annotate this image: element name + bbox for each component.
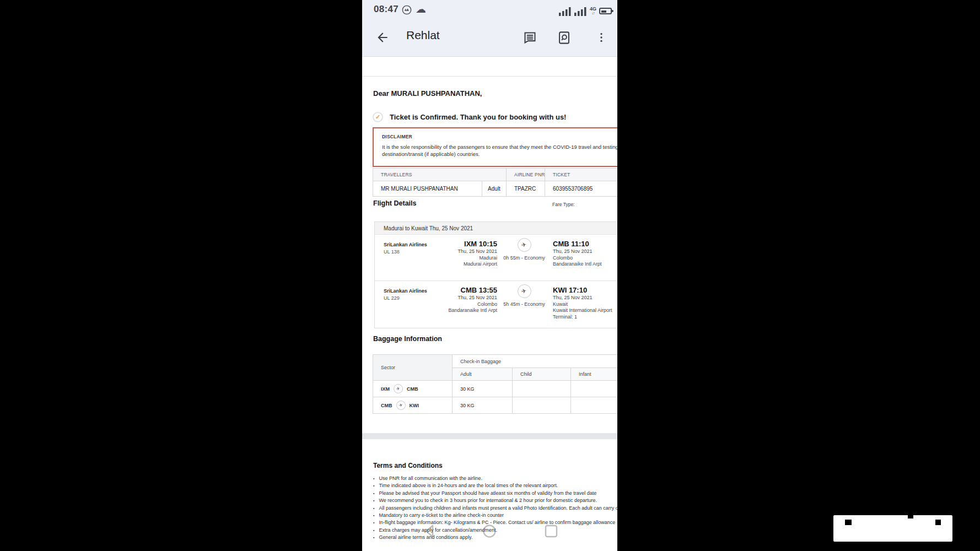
route-header: Madurai to Kuwait Thu, 25 Nov 2021 [375, 222, 617, 235]
arrival-terminal: Terminal: 1 [553, 314, 617, 321]
list-item: ▪We recommend you to check in 3 hours pr… [373, 497, 617, 504]
find-in-document-icon [557, 30, 572, 45]
arrival-airport: Bandaranaike Intl Arpt [553, 261, 617, 268]
comment-icon [523, 30, 537, 45]
list-item: ▪All passengers including children and i… [373, 505, 617, 512]
bullet-icon: ▪ [373, 490, 374, 497]
back-button[interactable] [372, 27, 393, 48]
comment-button[interactable] [520, 28, 540, 47]
notification-app-icon [402, 5, 412, 15]
baggage-heading: Baggage Information [373, 335, 442, 343]
child-allowance [513, 381, 571, 397]
bullet-icon: ▪ [373, 475, 374, 482]
signal-icon-sim1 [559, 7, 572, 16]
arrival-airport: Kuwait International Airport [553, 307, 617, 314]
bullet-icon: ▪ [373, 482, 374, 489]
status-bar: 08:47 ☁ 4G ↓↑ [362, 0, 617, 19]
table-row: IXM ✈ CMB 30 KG [373, 381, 618, 397]
bullet-icon: ▪ [373, 512, 374, 519]
travellers-header: TRAVELLERS [373, 169, 507, 181]
travellers-table: TRAVELLERS AIRLINE PNR TICKET MR MURALI … [373, 168, 617, 197]
departure-airport: Madurai Airport [397, 261, 497, 268]
arrival-date: Thu, 25 Nov 2021 [553, 295, 617, 301]
flight-details-heading: Flight Details [373, 199, 416, 207]
child-header: Child [513, 368, 571, 381]
watermark-speck [935, 520, 941, 525]
bullet-icon: ▪ [373, 534, 374, 541]
list-item: ▪Please be advised that your Passport sh… [373, 490, 617, 497]
infant-header: Infant [571, 368, 618, 381]
page-title: Rehlat [406, 29, 440, 42]
departure-city: Colombo [397, 301, 497, 308]
plane-icon: ✈ [396, 401, 406, 410]
traveller-type: Adult [482, 181, 507, 197]
nav-recents-button[interactable] [543, 523, 559, 539]
bullet-icon: ▪ [373, 505, 374, 512]
sector-header: Sector [373, 355, 453, 381]
back-arrow-icon [375, 30, 390, 45]
arrival-city: Colombo [553, 255, 617, 262]
nav-home-button[interactable] [482, 523, 497, 539]
adult-header: Adult [453, 368, 513, 381]
infant-allowance [571, 397, 618, 414]
page-gap [362, 433, 617, 439]
video-frame: 08:47 ☁ 4G ↓↑ [0, 0, 980, 551]
departure-date: Thu, 25 Nov 2021 [397, 249, 497, 255]
terms-heading: Terms and Conditions [373, 462, 443, 469]
clock: 08:47 [374, 4, 399, 15]
flight-itinerary-card: Madurai to Kuwait Thu, 25 Nov 2021 SriLa… [374, 222, 617, 328]
watermark-speck [845, 520, 852, 525]
watermark-notch [908, 515, 913, 518]
nav-back-button[interactable] [422, 523, 438, 539]
table-row: MR MURALI PUSHPANATHAN Adult TPAZRC 6039… [373, 181, 618, 197]
ticket-number: 6039553706895 [545, 181, 617, 197]
airline-pnr-header: AIRLINE PNR [507, 169, 545, 181]
adult-allowance: 30 KG [453, 397, 513, 414]
baggage-table: Sector Check-in Baggage Adult Child Infa… [373, 354, 617, 414]
network-type-indicator: 4G ↓↑ [590, 7, 596, 15]
top-chrome: 08:47 ☁ 4G ↓↑ [362, 0, 617, 57]
plane-icon: ✈ [518, 284, 531, 298]
sector-route: IXM ✈ CMB [381, 381, 452, 397]
departure-airport: Bandaranaike Intl Arpt [397, 307, 497, 314]
weather-cloud-icon: ☁ [416, 3, 426, 15]
flight-leg-1: SriLankan Airlines UL 138 IXM 10:15 Thu,… [375, 235, 617, 280]
list-item: ▪Time indicated above is in 24-hours and… [373, 482, 617, 489]
departure-date: Thu, 25 Nov 2021 [397, 295, 497, 301]
departure-city: Madurai [397, 255, 497, 262]
arrival-code-time: CMB 11:10 [553, 240, 617, 249]
adult-allowance: 30 KG [453, 381, 513, 397]
data-arrows-icon: ↓↑ [591, 11, 594, 15]
find-in-document-button[interactable] [554, 28, 574, 47]
app-bar: Rehlat [362, 19, 617, 57]
plane-icon: ✈ [394, 384, 403, 393]
confirmation-text: Ticket is Confirmed. Thank you for booki… [390, 113, 566, 121]
airline-pnr-value: TPAZRC [507, 181, 545, 197]
arrival-date: Thu, 25 Nov 2021 [553, 249, 617, 255]
signal-icon-sim2 [574, 7, 587, 16]
sector-route: CMB ✈ KWI [381, 397, 452, 413]
bullet-icon: ▪ [373, 519, 374, 526]
table-row: CMB ✈ KWI 30 KG [373, 397, 618, 414]
ticket-header: TICKET [545, 169, 617, 181]
disclaimer-title: DISCLAIMER [382, 134, 412, 139]
overflow-menu-icon [595, 31, 607, 44]
child-allowance [513, 397, 571, 414]
bullet-icon: ▪ [373, 497, 374, 504]
plane-icon: ✈ [518, 238, 531, 252]
phone-screen: 08:47 ☁ 4G ↓↑ [362, 0, 617, 551]
list-item: ▪Mandatory to carry e-ticket to the airl… [373, 512, 617, 519]
departure-code-time: IXM 10:15 [397, 240, 497, 249]
duration-class: 0h 55m - Economy [500, 255, 548, 261]
disclaimer-text-line2: destination/transit (if applicable) coun… [382, 151, 480, 157]
status-icons: 4G ↓↑ [559, 4, 612, 16]
bullet-icon: ▪ [373, 527, 374, 534]
flight-leg-2: SriLankan Airlines UL 229 CMB 13:55 Thu,… [375, 280, 617, 328]
email-greeting: Dear MURALI PUSHPANATHAN, [373, 89, 482, 98]
confirmation-row: ✓ Ticket is Confirmed. Thank you for boo… [373, 112, 566, 122]
departure-code-time: CMB 13:55 [397, 286, 497, 295]
duration-class: 5h 45m - Economy [500, 301, 548, 307]
checkin-baggage-header: Check-in Baggage [453, 355, 618, 368]
fare-type-label: Fare Type: [552, 202, 574, 207]
overflow-menu-button[interactable] [591, 28, 611, 47]
